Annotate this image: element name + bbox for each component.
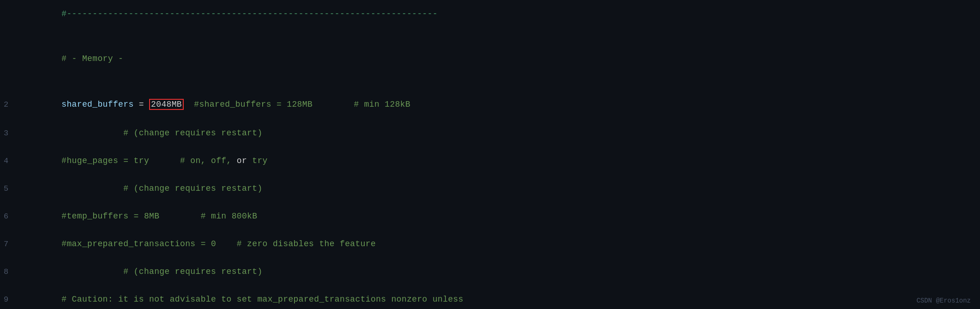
editor-container: #---------------------------------------… bbox=[0, 0, 980, 309]
comment-text: # (change requires restart) bbox=[61, 128, 262, 138]
line-content bbox=[15, 77, 980, 86]
param-name: shared_buffers bbox=[61, 100, 133, 109]
comment-text: # (change requires restart) bbox=[61, 267, 262, 276]
line-content: #---------------------------------------… bbox=[15, 0, 980, 28]
comment-text: # (change requires restart) bbox=[61, 184, 262, 193]
operator: = bbox=[134, 100, 150, 109]
comment-text: #shared_buffers = 128MB # min 128kB bbox=[184, 100, 410, 109]
line-content: # (change requires restart) bbox=[15, 258, 980, 285]
line-number: 4 bbox=[0, 157, 15, 165]
watermark: CSDN @Eros1onz bbox=[916, 297, 971, 304]
line-content: # (change requires restart) bbox=[15, 119, 980, 147]
line-content: # (change requires restart) bbox=[15, 175, 980, 202]
line-number: 2 bbox=[0, 100, 15, 109]
line-number: 7 bbox=[0, 240, 15, 248]
code-line-shared-buffers: 2 shared_buffers = 2048MB #shared_buffer… bbox=[0, 90, 980, 119]
code-line: # - Memory - bbox=[0, 45, 980, 73]
line-content: #max_prepared_transactions = 0 # zero di… bbox=[15, 230, 980, 258]
code-line: 7 #max_prepared_transactions = 0 # zero … bbox=[0, 230, 980, 258]
line-content bbox=[15, 32, 980, 41]
separator-text: #---------------------------------------… bbox=[61, 9, 438, 18]
comment-text: #huge_pages = try # on, off, or try bbox=[61, 156, 267, 165]
line-number: 8 bbox=[0, 267, 15, 276]
line-number: 6 bbox=[0, 212, 15, 221]
code-line: 3 # (change requires restart) bbox=[0, 119, 980, 147]
comment-text: # Caution: it is not advisable to set ma… bbox=[61, 295, 463, 304]
line-content: # Caution: it is not advisable to set ma… bbox=[15, 285, 980, 309]
line-number: 5 bbox=[0, 184, 15, 193]
code-line: 4 #huge_pages = try # on, off, or try bbox=[0, 147, 980, 175]
code-line: 6 #temp_buffers = 8MB # min 800kB bbox=[0, 202, 980, 230]
line-number: 9 bbox=[0, 295, 15, 304]
comment-text: #temp_buffers = 8MB # min 800kB bbox=[61, 212, 257, 221]
code-line bbox=[0, 73, 980, 90]
comment-text: # - Memory - bbox=[61, 54, 123, 63]
code-line: 5 # (change requires restart) bbox=[0, 175, 980, 202]
line-content: #huge_pages = try # on, off, or try bbox=[15, 147, 980, 175]
code-area: #---------------------------------------… bbox=[0, 0, 980, 309]
line-number: 3 bbox=[0, 129, 15, 138]
code-line: 8 # (change requires restart) bbox=[0, 258, 980, 285]
line-content: shared_buffers = 2048MB #shared_buffers … bbox=[15, 90, 980, 119]
code-line bbox=[0, 28, 980, 45]
line-content: # - Memory - bbox=[15, 45, 980, 73]
code-line: 9 # Caution: it is not advisable to set … bbox=[0, 285, 980, 309]
highlight-value: 2048MB bbox=[149, 99, 184, 110]
line-content: #temp_buffers = 8MB # min 800kB bbox=[15, 202, 980, 230]
comment-text: #max_prepared_transactions = 0 # zero di… bbox=[61, 239, 376, 248]
code-line: #---------------------------------------… bbox=[0, 0, 980, 28]
